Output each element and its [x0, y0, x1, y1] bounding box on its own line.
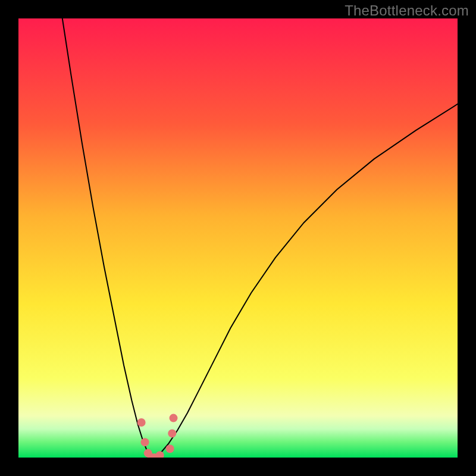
data-marker: [170, 414, 178, 422]
bottleneck-plot: [18, 18, 458, 458]
plot-svg: [18, 18, 458, 458]
data-marker: [141, 438, 149, 446]
data-marker: [168, 429, 176, 437]
watermark-text: TheBottleneck.com: [345, 2, 469, 19]
chart-frame: TheBottleneck.com: [0, 0, 476, 476]
data-marker: [137, 418, 146, 427]
gradient-background: [18, 18, 458, 458]
data-marker: [166, 444, 174, 453]
